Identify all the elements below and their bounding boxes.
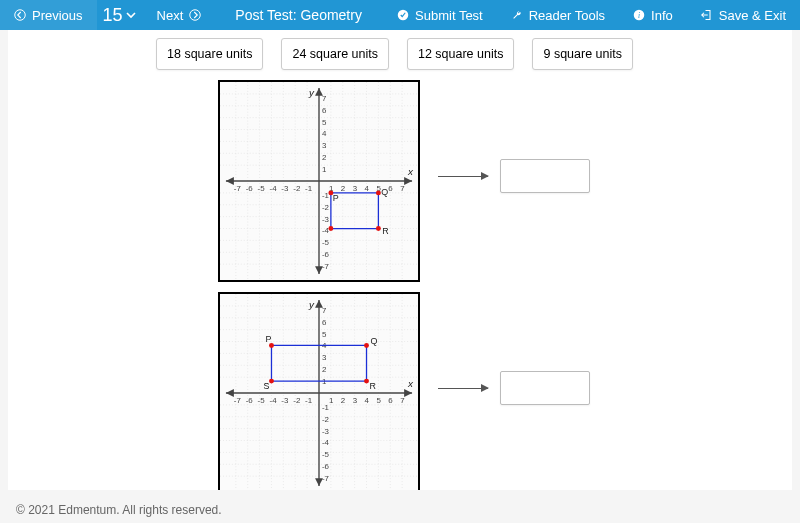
svg-text:6: 6: [388, 396, 393, 405]
svg-text:-2: -2: [293, 396, 300, 405]
svg-text:-3: -3: [322, 215, 330, 224]
svg-text:-3: -3: [281, 396, 289, 405]
svg-text:-4: -4: [270, 184, 278, 193]
save-exit-button[interactable]: Save & Exit: [687, 0, 800, 30]
svg-marker-36: [226, 177, 234, 185]
footer-copyright: © 2021 Edmentum. All rights reserved.: [16, 503, 222, 517]
info-button[interactable]: i Info: [619, 0, 687, 30]
svg-text:4: 4: [322, 129, 327, 138]
svg-point-73: [328, 226, 333, 231]
svg-text:-7: -7: [234, 396, 241, 405]
svg-text:7: 7: [322, 94, 326, 103]
svg-text:-3: -3: [281, 184, 289, 193]
svg-text:-5: -5: [322, 450, 330, 459]
svg-text:6: 6: [388, 184, 393, 193]
svg-point-142: [269, 343, 274, 348]
svg-point-72: [376, 226, 381, 231]
svg-text:S: S: [264, 381, 270, 391]
svg-text:-3: -3: [322, 427, 330, 436]
next-button[interactable]: Next: [143, 0, 216, 30]
svg-text:i: i: [638, 11, 640, 20]
arrow-icon: [438, 176, 488, 177]
svg-point-145: [269, 379, 274, 384]
topbar: Previous 15 Next Post Test: Geometry Sub…: [0, 0, 800, 30]
svg-point-1: [190, 10, 201, 21]
svg-point-0: [15, 10, 26, 21]
svg-text:-6: -6: [246, 184, 254, 193]
svg-text:-7: -7: [322, 262, 329, 271]
svg-text:-4: -4: [270, 396, 278, 405]
prev-button[interactable]: Previous: [0, 0, 97, 30]
svg-text:3: 3: [353, 396, 358, 405]
answer-options: 18 square units 24 square units 12 squar…: [156, 38, 792, 70]
svg-text:x: x: [407, 166, 414, 177]
graph-row-2: xy -7-6-5-4-3-2-1 1234567 7654321 -1-2-3…: [218, 282, 792, 490]
svg-text:6: 6: [322, 106, 327, 115]
svg-text:-5: -5: [258, 396, 266, 405]
svg-text:R: R: [369, 381, 376, 391]
svg-text:-5: -5: [322, 238, 330, 247]
svg-point-143: [364, 343, 369, 348]
svg-text:-2: -2: [322, 203, 329, 212]
question-number[interactable]: 15: [97, 0, 143, 30]
graph-1: xy -7-6-5-4-3-2-1 1234567 7654321 -1-2-3…: [218, 80, 420, 282]
svg-text:7: 7: [400, 184, 404, 193]
page-title: Post Test: Geometry: [215, 0, 383, 30]
svg-text:6: 6: [322, 318, 327, 327]
svg-text:-6: -6: [322, 462, 330, 471]
reader-tools-button[interactable]: Reader Tools: [497, 0, 619, 30]
svg-text:4: 4: [365, 184, 370, 193]
info-icon: i: [633, 9, 645, 21]
svg-text:-4: -4: [322, 226, 330, 235]
svg-text:-6: -6: [322, 250, 330, 259]
svg-text:y: y: [308, 299, 315, 310]
option-18[interactable]: 18 square units: [156, 38, 263, 70]
svg-text:-7: -7: [234, 184, 241, 193]
svg-text:2: 2: [341, 184, 345, 193]
wrench-icon: [511, 9, 523, 21]
svg-text:Q: Q: [370, 336, 377, 346]
svg-point-71: [376, 190, 381, 195]
arrow-left-icon: [14, 9, 26, 21]
dropzone-2[interactable]: [500, 371, 590, 405]
svg-text:5: 5: [322, 330, 327, 339]
check-circle-icon: [397, 9, 409, 21]
svg-text:1: 1: [322, 165, 327, 174]
svg-text:5: 5: [322, 118, 327, 127]
graph-row-1: xy -7-6-5-4-3-2-1 1234567 7654321 -1-2-3…: [218, 70, 792, 282]
dropzone-1[interactable]: [500, 159, 590, 193]
svg-text:-1: -1: [305, 396, 313, 405]
svg-text:Q: Q: [381, 187, 388, 197]
svg-marker-35: [404, 177, 412, 185]
svg-text:R: R: [382, 226, 389, 236]
svg-text:-1: -1: [322, 403, 330, 412]
svg-marker-107: [404, 389, 412, 397]
svg-text:1: 1: [329, 396, 334, 405]
arrow-right-icon: [189, 9, 201, 21]
svg-text:7: 7: [400, 396, 404, 405]
svg-marker-108: [226, 389, 234, 397]
option-9[interactable]: 9 square units: [532, 38, 633, 70]
svg-text:-2: -2: [322, 415, 329, 424]
svg-text:-1: -1: [322, 191, 330, 200]
svg-text:-5: -5: [258, 184, 266, 193]
submit-button[interactable]: Submit Test: [383, 0, 497, 30]
graph-2: xy -7-6-5-4-3-2-1 1234567 7654321 -1-2-3…: [218, 292, 420, 490]
svg-text:7: 7: [322, 306, 326, 315]
svg-text:3: 3: [322, 353, 327, 362]
svg-text:-2: -2: [293, 184, 300, 193]
svg-text:4: 4: [365, 396, 370, 405]
next-label: Next: [157, 8, 184, 23]
svg-text:3: 3: [353, 184, 358, 193]
svg-text:2: 2: [322, 365, 326, 374]
option-12[interactable]: 12 square units: [407, 38, 514, 70]
option-24[interactable]: 24 square units: [281, 38, 388, 70]
svg-text:y: y: [308, 87, 315, 98]
svg-text:3: 3: [322, 141, 327, 150]
svg-text:-7: -7: [322, 474, 329, 483]
content-area: 18 square units 24 square units 12 squar…: [8, 30, 792, 490]
svg-text:2: 2: [322, 153, 326, 162]
svg-text:-1: -1: [305, 184, 313, 193]
svg-text:x: x: [407, 378, 414, 389]
svg-text:P: P: [333, 193, 339, 203]
